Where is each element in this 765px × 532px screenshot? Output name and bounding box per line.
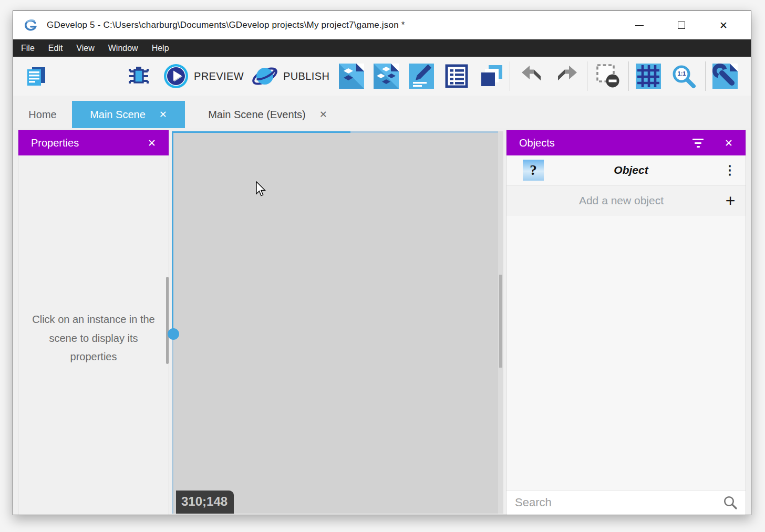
gdevelop-logo-icon [23, 18, 38, 33]
publish-button[interactable]: PUBLISH [251, 64, 329, 89]
minimize-icon [635, 25, 644, 26]
properties-panel: Properties ✕ Click on an instance in the… [18, 130, 169, 515]
objects-panel: Objects ✕ ? Object ⋮ Add a new object + [506, 130, 746, 515]
undo-icon [519, 64, 544, 89]
close-panel-icon[interactable]: ✕ [148, 137, 156, 149]
toolbar-separator [628, 61, 629, 91]
filter-icon[interactable] [692, 139, 704, 148]
project-manager-button[interactable] [24, 64, 49, 89]
properties-title: Properties [31, 137, 79, 149]
maximize-button[interactable] [673, 17, 690, 34]
tabbar: Home Main Scene ✕ Main Scene (Events) ✕ [13, 96, 751, 128]
objects-search-bar [506, 490, 746, 515]
tab-main-scene-events-label: Main Scene (Events) [208, 109, 306, 121]
menubar: File Edit View Window Help [13, 39, 751, 57]
tab-home[interactable]: Home [13, 101, 72, 128]
redo-button[interactable] [554, 64, 580, 89]
debugger-button[interactable] [126, 64, 151, 89]
grid-button[interactable] [636, 64, 661, 89]
menu-help[interactable]: Help [145, 39, 176, 57]
object-name: Object [544, 164, 718, 176]
add-object-button[interactable]: Add a new object + [506, 185, 746, 216]
layers-button[interactable] [479, 64, 504, 89]
object-thumbnail-icon: ? [523, 160, 544, 181]
mouse-cursor-icon [256, 181, 267, 197]
scene-resize-handle-left[interactable] [168, 328, 179, 340]
menu-edit[interactable]: Edit [42, 39, 70, 57]
tab-close-icon[interactable]: ✕ [159, 110, 167, 119]
objects-list-empty-area [506, 216, 746, 490]
preview-label: PREVIEW [194, 70, 244, 82]
object-list-item[interactable]: ? Object ⋮ [506, 155, 746, 185]
edit-scene-icon [339, 64, 364, 89]
titlebar: GDevelop 5 - C:\Users\charburg\Documents… [13, 11, 751, 39]
edit-events-pencil-icon [409, 64, 434, 89]
toolbar-separator [510, 61, 510, 91]
debugger-bug-icon [126, 64, 151, 89]
close-button[interactable]: ✕ [715, 17, 732, 34]
canvas-scrollbar-thumb[interactable] [499, 275, 502, 368]
tab-close-icon[interactable]: ✕ [319, 110, 327, 119]
gdevelop-window: GDevelop 5 - C:\Users\charburg\Documents… [13, 11, 751, 515]
publish-globe-icon [251, 63, 278, 89]
menu-window[interactable]: Window [101, 39, 145, 57]
preview-button[interactable]: PREVIEW [163, 64, 244, 89]
scene-window-border-top [172, 131, 350, 133]
preview-play-icon [163, 63, 189, 89]
close-icon: ✕ [719, 20, 728, 30]
tools-wrench-icon [712, 64, 738, 89]
publish-label: PUBLISH [283, 70, 329, 82]
edit-scene-button[interactable] [339, 64, 364, 89]
layers-icon [479, 64, 504, 89]
deselect-mask-icon [594, 62, 621, 90]
toolbar: PREVIEW PUBLISH [13, 57, 751, 96]
scene-canvas[interactable]: 310;148 [172, 131, 503, 514]
add-object-label: Add a new object [506, 194, 715, 207]
scene-window-border-top-faded [350, 131, 503, 133]
edit-objects-button[interactable] [374, 64, 399, 89]
zoom-ratio-label: 1:1 [675, 70, 689, 77]
objects-panel-header: Objects ✕ [506, 130, 746, 155]
tab-main-scene-events[interactable]: Main Scene (Events) ✕ [185, 101, 350, 128]
project-manager-icon [24, 64, 49, 89]
menu-view[interactable]: View [69, 39, 101, 57]
window-title: GDevelop 5 - C:\Users\charburg\Documents… [47, 20, 405, 30]
scene-window-border-left-faded [172, 334, 173, 514]
edit-objects-icon [374, 64, 399, 89]
scene-window-border-left [172, 131, 173, 334]
scene-tools-button[interactable] [712, 64, 738, 89]
cursor-coordinates-badge: 310;148 [176, 491, 234, 514]
properties-empty-message: Click on an instance in the scene to dis… [18, 155, 169, 367]
plus-icon: + [715, 191, 746, 211]
undo-button[interactable] [519, 64, 544, 89]
zoom-reset-button[interactable]: 1:1 [671, 64, 696, 89]
events-sheet-icon [444, 64, 469, 89]
search-input[interactable] [515, 496, 722, 509]
content-area: Properties ✕ Click on an instance in the… [13, 128, 751, 515]
tab-main-scene-label: Main Scene [90, 109, 146, 121]
close-panel-icon[interactable]: ✕ [725, 137, 733, 149]
minimize-button[interactable] [631, 17, 648, 34]
grid-icon [636, 64, 661, 89]
deselect-button[interactable] [594, 64, 621, 89]
search-icon[interactable] [722, 495, 738, 510]
tab-home-label: Home [28, 109, 56, 121]
properties-panel-header: Properties ✕ [18, 130, 169, 155]
events-sheet-button[interactable] [444, 64, 469, 89]
edit-events-button[interactable] [409, 64, 434, 89]
maximize-icon [678, 22, 685, 29]
objects-title: Objects [519, 137, 555, 149]
object-menu-icon[interactable]: ⋮ [718, 163, 741, 178]
menu-file[interactable]: File [14, 39, 42, 57]
redo-icon [554, 64, 580, 89]
toolbar-separator [705, 61, 706, 91]
tab-main-scene[interactable]: Main Scene ✕ [72, 101, 185, 128]
toolbar-separator [587, 61, 587, 91]
properties-scrollbar[interactable] [166, 277, 169, 364]
